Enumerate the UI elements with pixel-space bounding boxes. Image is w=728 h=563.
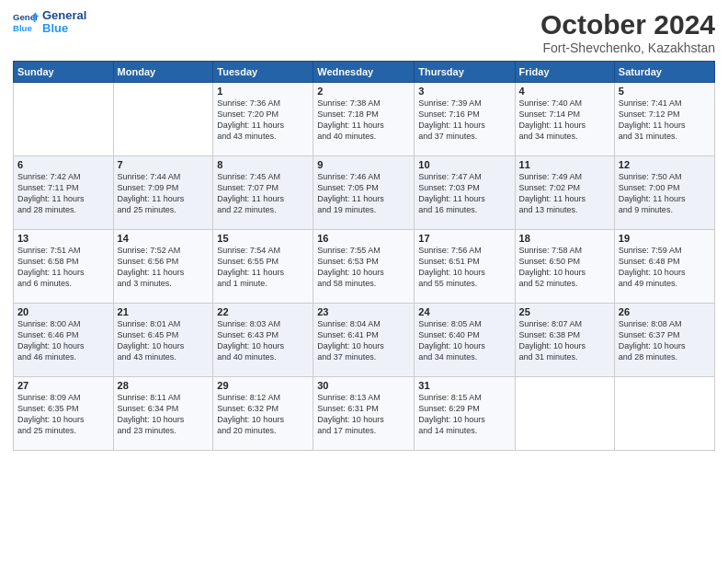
calendar-cell: 4Sunrise: 7:40 AMSunset: 7:14 PMDaylight… bbox=[515, 83, 614, 156]
day-info: Sunrise: 8:12 AMSunset: 6:32 PMDaylight:… bbox=[217, 392, 309, 437]
calendar-cell: 16Sunrise: 7:55 AMSunset: 6:53 PMDayligh… bbox=[313, 230, 415, 304]
calendar-week-row: 20Sunrise: 8:00 AMSunset: 6:46 PMDayligh… bbox=[14, 304, 715, 377]
logo: General Blue General Blue bbox=[13, 9, 86, 36]
title-block: October 2024 Fort-Shevchenko, Kazakhstan bbox=[540, 9, 715, 55]
day-number: 24 bbox=[418, 306, 510, 317]
day-number: 31 bbox=[418, 380, 510, 391]
day-number: 16 bbox=[317, 233, 410, 244]
calendar-cell: 2Sunrise: 7:38 AMSunset: 7:18 PMDaylight… bbox=[313, 83, 415, 156]
day-number: 6 bbox=[17, 159, 109, 170]
day-info: Sunrise: 8:04 AMSunset: 6:41 PMDaylight:… bbox=[317, 318, 410, 363]
calendar-cell: 20Sunrise: 8:00 AMSunset: 6:46 PMDayligh… bbox=[14, 304, 114, 377]
day-number: 1 bbox=[217, 86, 309, 97]
day-number: 9 bbox=[317, 159, 410, 170]
calendar-cell: 12Sunrise: 7:50 AMSunset: 7:00 PMDayligh… bbox=[614, 156, 714, 230]
calendar-cell: 27Sunrise: 8:09 AMSunset: 6:35 PMDayligh… bbox=[14, 377, 114, 451]
calendar-cell: 11Sunrise: 7:49 AMSunset: 7:02 PMDayligh… bbox=[515, 156, 614, 230]
calendar-cell: 29Sunrise: 8:12 AMSunset: 6:32 PMDayligh… bbox=[213, 377, 313, 451]
day-number: 12 bbox=[619, 159, 711, 170]
calendar-cell: 25Sunrise: 8:07 AMSunset: 6:38 PMDayligh… bbox=[515, 304, 614, 377]
calendar-week-row: 1Sunrise: 7:36 AMSunset: 7:20 PMDaylight… bbox=[14, 83, 715, 156]
svg-text:Blue: Blue bbox=[13, 23, 32, 33]
day-number: 26 bbox=[619, 306, 711, 317]
day-info: Sunrise: 7:59 AMSunset: 6:48 PMDaylight:… bbox=[619, 245, 711, 290]
day-number: 19 bbox=[619, 233, 711, 244]
logo-blue: Blue bbox=[42, 22, 86, 35]
day-number: 15 bbox=[217, 233, 309, 244]
day-info: Sunrise: 7:52 AMSunset: 6:56 PMDaylight:… bbox=[118, 245, 210, 290]
day-info: Sunrise: 7:45 AMSunset: 7:07 PMDaylight:… bbox=[217, 171, 309, 216]
day-number: 2 bbox=[317, 86, 410, 97]
calendar-cell: 6Sunrise: 7:42 AMSunset: 7:11 PMDaylight… bbox=[14, 156, 114, 230]
day-info: Sunrise: 8:11 AMSunset: 6:34 PMDaylight:… bbox=[118, 392, 210, 437]
page-header: General Blue General Blue October 2024 F… bbox=[13, 9, 715, 55]
day-info: Sunrise: 7:47 AMSunset: 7:03 PMDaylight:… bbox=[418, 171, 510, 216]
day-info: Sunrise: 7:36 AMSunset: 7:20 PMDaylight:… bbox=[217, 98, 309, 143]
day-info: Sunrise: 7:39 AMSunset: 7:16 PMDaylight:… bbox=[418, 98, 510, 143]
day-number: 14 bbox=[118, 233, 210, 244]
calendar-cell: 10Sunrise: 7:47 AMSunset: 7:03 PMDayligh… bbox=[415, 156, 515, 230]
day-info: Sunrise: 7:38 AMSunset: 7:18 PMDaylight:… bbox=[317, 98, 410, 143]
day-number: 3 bbox=[418, 86, 510, 97]
day-number: 4 bbox=[519, 86, 610, 97]
calendar-week-row: 13Sunrise: 7:51 AMSunset: 6:58 PMDayligh… bbox=[14, 230, 715, 304]
day-number: 18 bbox=[519, 233, 610, 244]
day-info: Sunrise: 8:08 AMSunset: 6:37 PMDaylight:… bbox=[619, 318, 711, 363]
day-number: 5 bbox=[619, 86, 711, 97]
calendar-cell: 7Sunrise: 7:44 AMSunset: 7:09 PMDaylight… bbox=[113, 156, 213, 230]
day-number: 8 bbox=[217, 159, 309, 170]
calendar-cell: 5Sunrise: 7:41 AMSunset: 7:12 PMDaylight… bbox=[614, 83, 714, 156]
day-info: Sunrise: 7:46 AMSunset: 7:05 PMDaylight:… bbox=[317, 171, 410, 216]
calendar-table: SundayMondayTuesdayWednesdayThursdayFrid… bbox=[13, 61, 715, 451]
day-number: 20 bbox=[17, 306, 109, 317]
weekday-header-cell: Thursday bbox=[415, 62, 515, 83]
weekday-header-cell: Tuesday bbox=[213, 62, 313, 83]
calendar-cell: 1Sunrise: 7:36 AMSunset: 7:20 PMDaylight… bbox=[213, 83, 313, 156]
calendar-week-row: 27Sunrise: 8:09 AMSunset: 6:35 PMDayligh… bbox=[14, 377, 715, 451]
calendar-cell: 31Sunrise: 8:15 AMSunset: 6:29 PMDayligh… bbox=[415, 377, 515, 451]
day-info: Sunrise: 7:55 AMSunset: 6:53 PMDaylight:… bbox=[317, 245, 410, 290]
calendar-cell: 17Sunrise: 7:56 AMSunset: 6:51 PMDayligh… bbox=[415, 230, 515, 304]
day-number: 29 bbox=[217, 380, 309, 391]
day-info: Sunrise: 7:49 AMSunset: 7:02 PMDaylight:… bbox=[519, 171, 610, 216]
day-number: 10 bbox=[418, 159, 510, 170]
logo-general: General bbox=[42, 9, 86, 22]
day-info: Sunrise: 8:09 AMSunset: 6:35 PMDaylight:… bbox=[17, 392, 109, 437]
month-title: October 2024 bbox=[540, 9, 715, 40]
weekday-header-cell: Sunday bbox=[14, 62, 114, 83]
calendar-body: 1Sunrise: 7:36 AMSunset: 7:20 PMDaylight… bbox=[14, 83, 715, 451]
weekday-header-cell: Saturday bbox=[614, 62, 714, 83]
day-info: Sunrise: 7:40 AMSunset: 7:14 PMDaylight:… bbox=[519, 98, 610, 143]
calendar-week-row: 6Sunrise: 7:42 AMSunset: 7:11 PMDaylight… bbox=[14, 156, 715, 230]
day-info: Sunrise: 8:00 AMSunset: 6:46 PMDaylight:… bbox=[17, 318, 109, 363]
calendar-cell: 30Sunrise: 8:13 AMSunset: 6:31 PMDayligh… bbox=[313, 377, 415, 451]
calendar-cell: 23Sunrise: 8:04 AMSunset: 6:41 PMDayligh… bbox=[313, 304, 415, 377]
day-info: Sunrise: 7:58 AMSunset: 6:50 PMDaylight:… bbox=[519, 245, 610, 290]
day-info: Sunrise: 7:54 AMSunset: 6:55 PMDaylight:… bbox=[217, 245, 309, 290]
calendar-cell: 19Sunrise: 7:59 AMSunset: 6:48 PMDayligh… bbox=[614, 230, 714, 304]
day-info: Sunrise: 8:03 AMSunset: 6:43 PMDaylight:… bbox=[217, 318, 309, 363]
calendar-cell: 26Sunrise: 8:08 AMSunset: 6:37 PMDayligh… bbox=[614, 304, 714, 377]
day-number: 23 bbox=[317, 306, 410, 317]
day-number: 25 bbox=[519, 306, 610, 317]
calendar-cell: 14Sunrise: 7:52 AMSunset: 6:56 PMDayligh… bbox=[113, 230, 213, 304]
calendar-cell: 24Sunrise: 8:05 AMSunset: 6:40 PMDayligh… bbox=[415, 304, 515, 377]
calendar-cell: 8Sunrise: 7:45 AMSunset: 7:07 PMDaylight… bbox=[213, 156, 313, 230]
day-info: Sunrise: 7:44 AMSunset: 7:09 PMDaylight:… bbox=[118, 171, 210, 216]
day-info: Sunrise: 8:05 AMSunset: 6:40 PMDaylight:… bbox=[418, 318, 510, 363]
day-info: Sunrise: 7:42 AMSunset: 7:11 PMDaylight:… bbox=[17, 171, 109, 216]
calendar-cell: 9Sunrise: 7:46 AMSunset: 7:05 PMDaylight… bbox=[313, 156, 415, 230]
calendar-cell: 21Sunrise: 8:01 AMSunset: 6:45 PMDayligh… bbox=[113, 304, 213, 377]
day-number: 22 bbox=[217, 306, 309, 317]
day-info: Sunrise: 8:07 AMSunset: 6:38 PMDaylight:… bbox=[519, 318, 610, 363]
calendar-cell: 18Sunrise: 7:58 AMSunset: 6:50 PMDayligh… bbox=[515, 230, 614, 304]
day-info: Sunrise: 7:50 AMSunset: 7:00 PMDaylight:… bbox=[619, 171, 711, 216]
day-number: 27 bbox=[17, 380, 109, 391]
calendar-cell: 15Sunrise: 7:54 AMSunset: 6:55 PMDayligh… bbox=[213, 230, 313, 304]
weekday-header-cell: Monday bbox=[113, 62, 213, 83]
day-number: 13 bbox=[17, 233, 109, 244]
weekday-header-cell: Friday bbox=[515, 62, 614, 83]
day-number: 7 bbox=[118, 159, 210, 170]
calendar-cell bbox=[14, 83, 114, 156]
day-info: Sunrise: 7:41 AMSunset: 7:12 PMDaylight:… bbox=[619, 98, 711, 143]
